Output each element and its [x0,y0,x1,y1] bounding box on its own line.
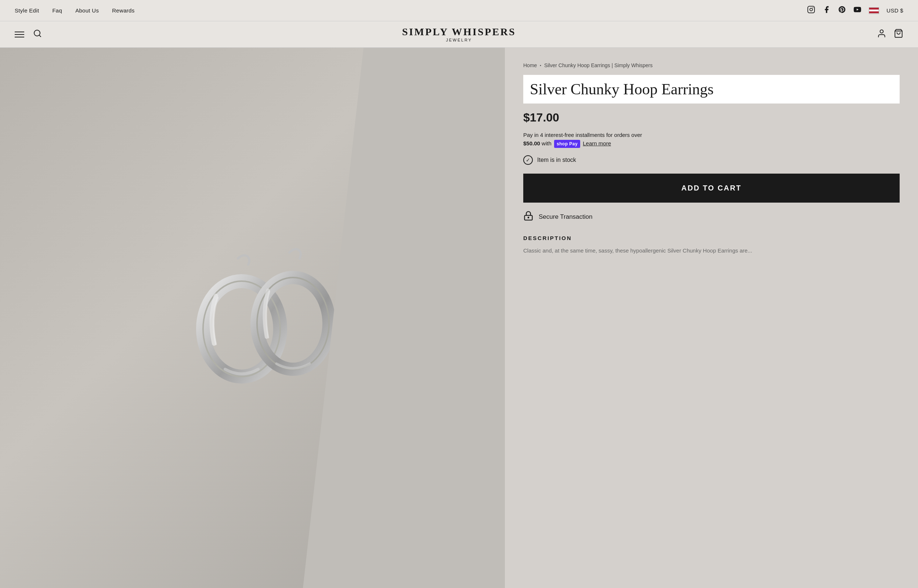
hamburger-menu-icon[interactable] [15,32,24,37]
breadcrumb-current: Silver Chunky Hoop Earrings | Simply Whi… [544,62,653,68]
product-title: Silver Chunky Hoop Earrings [523,75,900,103]
instagram-icon[interactable] [807,5,815,15]
currency-label[interactable]: USD $ [886,7,903,14]
pinterest-icon[interactable] [838,5,846,15]
logo-subtitle: JEWELRY [402,38,516,42]
diagonal-bg [303,48,505,588]
shop-pay-badge[interactable]: shop Pay [554,140,580,148]
header-left [15,29,42,40]
top-bar-right: USD $ [807,5,903,15]
header-right [877,29,903,40]
facebook-icon[interactable] [823,5,831,15]
in-stock-label: Item is in stock [537,157,576,163]
installment-text: Pay in 4 interest-free installments for … [523,132,642,138]
top-bar: Style Edit Faq About Us Rewards [0,0,918,21]
installment-amount: $50.00 [523,140,540,147]
installment-with: with [541,140,553,147]
in-stock-check-icon: ✓ [523,155,533,165]
product-price: $17.00 [523,111,900,124]
in-stock-row: ✓ Item is in stock [523,155,900,165]
svg-point-2 [813,7,813,8]
main-header: SIMPLY WHISPERS JEWELRY [0,21,918,48]
cart-icon[interactable] [894,29,903,40]
nav-about-us[interactable]: About Us [75,7,99,14]
product-image [157,223,348,413]
product-image-area [0,48,505,588]
svg-point-1 [810,8,813,11]
description-section: DESCRIPTION Classic and, at the same tim… [523,235,900,255]
add-to-cart-button[interactable]: ADD TO CART [523,174,900,203]
product-details: Home • Silver Chunky Hoop Earrings | Sim… [505,48,918,588]
secure-transaction-label: Secure Transaction [539,213,592,221]
secure-transaction: Secure Transaction [523,211,900,223]
description-title: DESCRIPTION [523,235,900,241]
nav-rewards[interactable]: Rewards [112,7,134,14]
youtube-icon[interactable] [853,5,861,15]
breadcrumb-home[interactable]: Home [523,62,537,68]
svg-line-5 [39,35,41,36]
us-flag-icon [869,7,879,14]
description-text: Classic and, at the same time, sassy, th… [523,246,900,255]
top-bar-nav: Style Edit Faq About Us Rewards [15,7,135,14]
account-icon[interactable] [877,29,886,40]
installment-info: Pay in 4 interest-free installments for … [523,131,900,148]
search-icon[interactable] [33,29,42,40]
svg-rect-0 [808,6,815,13]
logo-title: SIMPLY WHISPERS [402,26,516,38]
svg-point-6 [880,30,884,33]
logo[interactable]: SIMPLY WHISPERS JEWELRY [402,26,516,42]
lock-icon [523,211,533,223]
page-content: Home • Silver Chunky Hoop Earrings | Sim… [0,48,918,588]
breadcrumb: Home • Silver Chunky Hoop Earrings | Sim… [523,62,900,68]
svg-point-13 [528,217,529,218]
breadcrumb-separator: • [540,63,541,68]
learn-more-link[interactable]: Learn more [583,140,611,147]
nav-style-edit[interactable]: Style Edit [15,7,39,14]
nav-faq[interactable]: Faq [52,7,62,14]
